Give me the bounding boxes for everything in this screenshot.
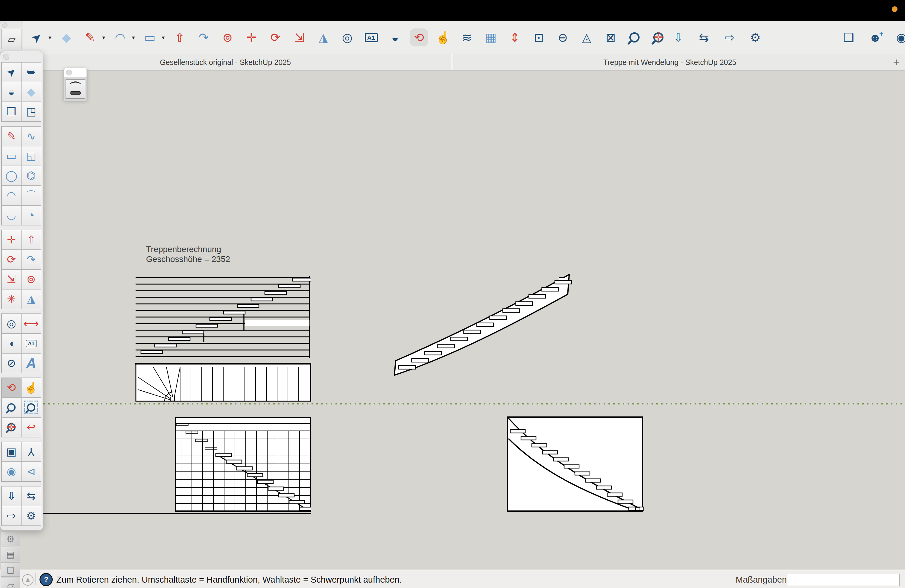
grid-section-drawing[interactable] xyxy=(175,417,311,513)
palette-select-tool[interactable]: ➤ xyxy=(2,62,21,82)
toolbar-push-pull-tool[interactable]: ⇧ xyxy=(172,30,187,44)
palette-zoom-tool[interactable] xyxy=(2,397,21,417)
palette-look-around-tool[interactable]: ◉ xyxy=(2,462,21,482)
palette-axes-tool[interactable]: ✳ xyxy=(2,289,21,309)
arc-palette-close-button[interactable] xyxy=(66,70,72,75)
toolbar-orbit-tool[interactable]: ⟲ xyxy=(412,30,426,44)
palette-two-point-arc-tool[interactable]: ⌒ xyxy=(21,186,41,205)
palette-move-tool[interactable]: ✛ xyxy=(2,230,21,250)
toolbar-offset-tool[interactable]: ⊚ xyxy=(220,30,235,44)
palette-flip-tool[interactable]: ◮ xyxy=(21,289,41,309)
palette-components-tool[interactable]: ❒ xyxy=(2,102,21,122)
toolbar-sandbox-from-scratch-tool[interactable]: ▦ xyxy=(484,30,498,44)
toolbar-smoove-tool[interactable]: ⇕ xyxy=(508,30,522,44)
select-tool-caret[interactable]: ▾ xyxy=(49,34,51,41)
palette-3d-text-tool[interactable]: A xyxy=(21,353,41,373)
line-tool-caret[interactable]: ▾ xyxy=(102,34,105,41)
palette-pie-tool[interactable]: ◔ xyxy=(21,205,41,225)
palette-walk-tool[interactable]: Y xyxy=(21,442,41,462)
toolbar-sandbox-from-contours-tool[interactable]: ≋ xyxy=(460,30,474,44)
modeling-canvas[interactable]: Treppenberechnung Geschosshöhe = 2352 xyxy=(0,70,905,570)
arc-palette-title-bar[interactable] xyxy=(64,68,87,77)
spiral-stair-thumbnail[interactable]: ▤ xyxy=(1,547,21,561)
palette-protractor-tool[interactable]: ◖ xyxy=(2,334,21,353)
palette-freehand-tool[interactable]: ∿ xyxy=(21,126,41,146)
palette-orbit-tool[interactable]: ⟲ xyxy=(2,378,21,397)
gear-wheel-thumbnail[interactable]: ⚙ xyxy=(1,532,21,546)
palette-title-bar[interactable] xyxy=(0,51,43,61)
stringer-drawing[interactable] xyxy=(393,270,572,378)
palette-section-plane-tool[interactable]: ⊘ xyxy=(2,353,21,373)
toolbar-rectangle-tool[interactable]: ▭ xyxy=(143,30,157,44)
palette-paint-bucket-tool[interactable]: ◒ xyxy=(2,82,21,102)
palette-follow-me-tool[interactable]: ↷ xyxy=(21,250,41,269)
palette-model-sync-tool[interactable]: ⇆ xyxy=(21,486,41,506)
toolbar-download-model-tool[interactable]: ⇩ xyxy=(671,30,685,44)
palette-lasso-select-tool[interactable]: ➥ xyxy=(21,62,41,82)
measurements-input[interactable] xyxy=(787,574,900,586)
palette-zoom-window-tool[interactable] xyxy=(21,397,41,417)
palette-scale-tool[interactable]: ⇲ xyxy=(2,269,21,289)
toolbar-model-share-tool[interactable]: ⇨ xyxy=(722,30,737,44)
palette-tag-tool[interactable]: ◳ xyxy=(21,102,41,122)
new-tab-button[interactable]: + xyxy=(887,54,905,70)
toolbar-account-button[interactable]: ◉ xyxy=(894,30,905,44)
palette-eraser-tool[interactable]: ◆ xyxy=(21,82,41,102)
toolbar-flip-edge-tool[interactable]: ⊠ xyxy=(603,30,618,44)
monitor-thumbnail[interactable]: ▢ xyxy=(1,562,21,577)
palette-close-button[interactable] xyxy=(3,54,9,60)
palette-circle-tool[interactable]: ◯ xyxy=(2,166,21,186)
palette-field-of-view-tool[interactable]: ⊲ xyxy=(21,462,41,482)
palette-dimension-tool[interactable]: ⟷ xyxy=(21,314,41,334)
palette-pan-tool[interactable]: ☝ xyxy=(21,378,41,397)
help-button[interactable]: ? xyxy=(40,573,53,586)
palette-download-model-tool[interactable]: ⇩ xyxy=(2,486,21,506)
toolbar-add-detail-tool[interactable]: ◬ xyxy=(580,30,594,44)
toolbar-pan-tool[interactable]: ☝ xyxy=(436,30,450,44)
mini-plugin-close-button[interactable] xyxy=(2,22,8,28)
toolbar-model-settings-tool[interactable]: ⚙ xyxy=(748,30,762,44)
palette-model-settings-tool[interactable]: ⚙ xyxy=(21,506,41,526)
palette-polygon-tool[interactable]: ⌬ xyxy=(21,166,41,186)
toolbar-tape-measure-tool[interactable]: ◎ xyxy=(340,30,354,44)
toolbar-follow-me-tool[interactable]: ↷ xyxy=(196,30,211,44)
arc-tool-caret[interactable]: ▾ xyxy=(132,34,135,41)
palette-previous-view-tool[interactable]: ↩ xyxy=(21,417,41,437)
palette-rotated-rectangle-tool[interactable]: ◱ xyxy=(21,146,41,166)
palette-tape-measure-tool[interactable]: ◎ xyxy=(2,314,21,334)
toolbar-model-sync-tool[interactable]: ⇆ xyxy=(697,30,711,44)
toolbar-stamp-tool[interactable]: ⊡ xyxy=(532,30,546,44)
palette-line-tool[interactable]: ✎ xyxy=(2,126,21,146)
palette-rotate-tool[interactable]: ⟳ xyxy=(2,250,21,269)
toolbar-zoom-extents-tool[interactable]: ✛ xyxy=(651,30,665,44)
geolocation-icon[interactable]: ♟ xyxy=(22,574,33,586)
palette-rectangle-tool[interactable]: ▭ xyxy=(2,146,21,166)
toolbar-new-document-button[interactable]: ❏ xyxy=(841,30,856,44)
palette-push-pull-tool[interactable]: ⇧ xyxy=(21,230,41,250)
toolbar-paint-bucket-tool[interactable]: ◒ xyxy=(388,30,402,44)
palette-arc-tool[interactable]: ◠ xyxy=(2,186,21,205)
toolbar-eraser-tool[interactable]: ◆ xyxy=(59,30,74,44)
curved-band-drawing[interactable] xyxy=(506,416,644,514)
arc-handrail-tool[interactable]: ⌒ xyxy=(65,79,85,99)
palette-three-point-arc-tool[interactable]: ◡ xyxy=(2,205,21,225)
plugin-plane-tool[interactable]: ▱ xyxy=(2,29,22,49)
toolbar-scale-tool[interactable]: ⇲ xyxy=(292,30,306,44)
toolbar-select-tool[interactable]: ➤ xyxy=(29,30,44,44)
toolbar-arc-tool[interactable]: ◠ xyxy=(113,30,127,44)
palette-model-share-tool[interactable]: ⇨ xyxy=(2,506,21,526)
clipped-thumbnail[interactable]: ▱ xyxy=(1,577,21,588)
toolbar-flip-tool[interactable]: ◮ xyxy=(316,30,330,44)
plan-drawing[interactable] xyxy=(135,362,312,404)
toolbar-move-tool[interactable]: ✛ xyxy=(244,30,259,44)
toolbar-rotate-tool[interactable]: ⟳ xyxy=(268,30,283,44)
toolbar-line-tool[interactable]: ✎ xyxy=(83,30,98,44)
palette-offset-tool[interactable]: ⊚ xyxy=(21,269,41,289)
toolbar-text-tool[interactable]: A1 xyxy=(364,30,378,44)
toolbar-zoom-tool[interactable] xyxy=(627,30,641,44)
palette-position-camera-tool[interactable]: ▣ xyxy=(2,442,21,462)
rectangle-tool-caret[interactable]: ▾ xyxy=(162,34,165,41)
palette-zoom-extents-tool[interactable]: ✛ xyxy=(2,417,21,437)
tab-treppe-mit-wendelung[interactable]: Treppe mit Wendelung - SketchUp 2025 xyxy=(452,54,887,70)
toolbar-drape-tool[interactable]: ⊖ xyxy=(556,30,570,44)
